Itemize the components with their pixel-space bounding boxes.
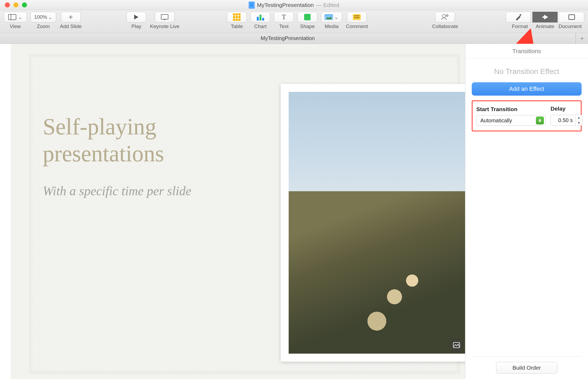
tab-bar: MyTestingPresentation + xyxy=(0,33,588,44)
start-transition-select[interactable]: Automatically xyxy=(476,115,546,126)
slide-text-block[interactable]: Self-playing presentations With a specif… xyxy=(43,113,251,198)
svg-marker-10 xyxy=(542,15,548,19)
text-button[interactable]: T xyxy=(274,12,294,22)
broadcast-icon xyxy=(160,14,169,20)
tab-label: MyTestingPresentation xyxy=(261,35,315,41)
animate-label: Animate xyxy=(532,24,558,29)
inspector-header: Transitions xyxy=(465,44,588,59)
document-tab-button[interactable] xyxy=(559,12,584,22)
chart-button[interactable] xyxy=(250,12,270,22)
add-effect-label: Add an Effect xyxy=(509,85,544,92)
document-title: MyTestingPresentation — Edited xyxy=(249,2,339,9)
inspector-divider xyxy=(472,356,581,357)
zoom-button[interactable]: 100% ⌄ xyxy=(30,12,56,22)
keynote-doc-icon xyxy=(249,2,255,9)
zoom-label: Zoom xyxy=(37,24,50,29)
slide-image xyxy=(289,92,465,354)
format-icon xyxy=(515,14,522,21)
media-button[interactable]: ⌄ xyxy=(321,12,342,22)
svg-rect-3 xyxy=(161,14,168,19)
collaborate-button[interactable] xyxy=(435,12,455,22)
add-slide-group: + Add Slide xyxy=(60,12,82,29)
comment-button[interactable] xyxy=(347,12,367,22)
format-tab-button[interactable] xyxy=(506,12,531,22)
collaborate-icon xyxy=(441,14,449,21)
transition-settings-highlight: Start Transition Automatically Delay ▲ xyxy=(472,100,582,131)
fullscreen-window-button[interactable] xyxy=(22,2,27,7)
view-icon xyxy=(8,14,16,20)
chart-label: Chart xyxy=(254,24,266,29)
svg-point-5 xyxy=(442,14,446,18)
close-window-button[interactable] xyxy=(5,2,10,7)
build-order-label: Build Order xyxy=(512,365,541,371)
comment-group: Comment xyxy=(346,12,368,29)
inspector-panel: Transitions No Transition Effect Add an … xyxy=(465,44,588,379)
select-stepper-icon xyxy=(536,116,544,124)
view-group: ⌄ View xyxy=(4,12,27,29)
start-transition-label: Start Transition xyxy=(476,106,546,112)
svg-rect-0 xyxy=(9,14,16,20)
toolbar: ⌄ View 100% ⌄ Zoom + Add Slide Play Keyn… xyxy=(0,10,588,33)
text-group: T Text xyxy=(274,12,294,29)
shape-icon xyxy=(304,14,311,20)
chart-icon xyxy=(257,14,264,21)
shape-label: Shape xyxy=(300,24,315,29)
media-group: ⌄ Media xyxy=(321,12,342,29)
comment-icon xyxy=(353,14,361,20)
comment-label: Comment xyxy=(346,24,368,29)
animate-icon xyxy=(541,14,549,21)
start-transition-value: Automatically xyxy=(480,118,512,124)
media-icon xyxy=(324,14,333,20)
inspector-tabs-group: Format Animate Document xyxy=(506,12,584,29)
collaborate-group: Collaborate xyxy=(432,12,458,29)
table-group: Table xyxy=(227,12,247,29)
add-effect-button[interactable]: Add an Effect xyxy=(472,82,582,96)
build-order-button[interactable]: Build Order xyxy=(496,362,558,374)
document-icon xyxy=(568,14,575,20)
main-area: Self-playing presentations With a specif… xyxy=(0,44,588,379)
no-transition-label: No Transition Effect xyxy=(472,64,582,77)
view-label: View xyxy=(10,24,21,29)
slide-canvas[interactable]: Self-playing presentations With a specif… xyxy=(0,44,465,379)
slide-subtitle: With a specific time per slide xyxy=(43,183,251,198)
table-button[interactable] xyxy=(227,12,247,22)
keynote-live-group: Keynote Live xyxy=(150,12,179,29)
play-group: Play xyxy=(126,12,146,29)
shape-group: Shape xyxy=(297,12,317,29)
window-titlebar: MyTestingPresentation — Edited xyxy=(0,0,588,10)
table-icon xyxy=(233,13,241,21)
image-mask-icon[interactable] xyxy=(450,338,463,352)
format-label: Format xyxy=(507,24,532,29)
shape-button[interactable] xyxy=(297,12,317,22)
collaborate-label: Collaborate xyxy=(432,24,458,29)
keynote-live-button[interactable] xyxy=(155,12,175,22)
slide-image-frame[interactable] xyxy=(281,84,465,362)
text-label: Text xyxy=(279,24,289,29)
document-name: MyTestingPresentation xyxy=(257,2,314,8)
add-slide-label: Add Slide xyxy=(60,24,82,29)
svg-marker-2 xyxy=(134,15,138,19)
document-tab[interactable]: MyTestingPresentation xyxy=(0,33,576,44)
traffic-lights xyxy=(5,2,27,7)
delay-stepper[interactable]: ▲ ▼ xyxy=(551,115,582,126)
document-label: Document xyxy=(558,24,583,29)
new-tab-button[interactable]: + xyxy=(576,33,588,44)
media-label: Media xyxy=(325,24,339,29)
slide: Self-playing presentations With a specif… xyxy=(11,44,465,379)
animate-tab-button[interactable] xyxy=(532,12,558,22)
view-button[interactable]: ⌄ xyxy=(4,12,27,22)
text-icon: T xyxy=(282,13,286,21)
table-label: Table xyxy=(231,24,243,29)
add-slide-button[interactable]: + xyxy=(61,12,81,22)
minimize-window-button[interactable] xyxy=(13,2,18,7)
delay-input[interactable] xyxy=(551,115,576,126)
chart-group: Chart xyxy=(250,12,270,29)
delay-decrement-button[interactable]: ▼ xyxy=(576,120,582,126)
zoom-group: 100% ⌄ Zoom xyxy=(30,12,56,29)
delay-increment-button[interactable]: ▲ xyxy=(576,115,582,120)
delay-label: Delay xyxy=(551,106,566,112)
play-label: Play xyxy=(131,24,141,29)
keynote-live-label: Keynote Live xyxy=(150,24,179,29)
play-button[interactable] xyxy=(126,12,146,22)
plus-icon: + xyxy=(68,13,73,21)
